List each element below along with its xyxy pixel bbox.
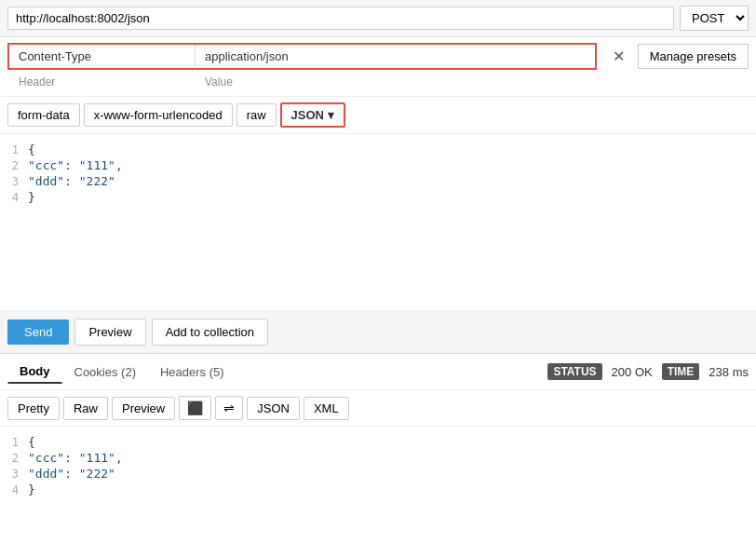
code-line: 1 { xyxy=(0,142,756,157)
line-number: 1 xyxy=(0,143,28,156)
code-editor[interactable]: 1 { 2 "ccc": "111", 3 "ddd": "222" 4 } xyxy=(0,134,756,311)
response-code-area: 1 { 2 "ccc": "111", 3 "ddd": "222" 4 } xyxy=(0,427,756,505)
tab-raw[interactable]: raw xyxy=(236,103,277,127)
xml-format-button[interactable]: XML xyxy=(304,397,349,420)
line-number: 1 xyxy=(0,436,28,449)
wrap-button[interactable]: ⇌ xyxy=(215,396,243,420)
send-button[interactable]: Send xyxy=(7,319,69,345)
add-to-collection-button[interactable]: Add to collection xyxy=(152,319,268,346)
close-icon: ✕ xyxy=(613,48,625,65)
tab-x-www-form-urlencoded[interactable]: x-www-form-urlencoded xyxy=(84,103,233,127)
code-text: "ccc": "111", xyxy=(28,158,123,172)
code-line: 2 "ccc": "111", xyxy=(0,157,756,173)
action-bar: Send Preview Add to collection xyxy=(0,311,756,354)
header-labels: Header Value xyxy=(7,74,749,90)
response-tabs: Body Cookies (2) Headers (5) STATUS 200 … xyxy=(0,354,756,390)
clear-header-button[interactable]: ✕ xyxy=(606,44,632,70)
header-value-field[interactable]: application/json xyxy=(196,45,595,68)
tab-form-data[interactable]: form-data xyxy=(7,103,80,127)
header-key-field[interactable]: Content-Type xyxy=(9,45,196,68)
manage-presets-button[interactable]: Manage presets xyxy=(638,44,749,69)
code-text: "ddd": "222" xyxy=(28,174,115,188)
url-bar: POST xyxy=(0,0,756,37)
resp-code-line: 4 } xyxy=(0,482,756,497)
copy-button[interactable]: ⬛ xyxy=(179,396,211,420)
code-line: 4 } xyxy=(0,189,756,205)
code-text: { xyxy=(28,143,35,156)
resp-code-line: 3 "ddd": "222" xyxy=(0,466,756,482)
copy-icon: ⬛ xyxy=(187,400,203,415)
status-code: 200 OK xyxy=(612,365,653,379)
method-select[interactable]: POST xyxy=(680,6,749,31)
tab-headers[interactable]: Headers (5) xyxy=(148,360,236,384)
status-bar: STATUS 200 OK TIME 238 ms xyxy=(547,363,749,380)
line-number: 2 xyxy=(0,159,28,172)
tab-json[interactable]: JSON ▾ xyxy=(280,102,345,128)
resp-code-text: { xyxy=(28,435,35,449)
preview-button[interactable]: Preview xyxy=(74,319,145,346)
time-value: 238 ms xyxy=(709,365,749,379)
tab-cookies[interactable]: Cookies (2) xyxy=(62,360,148,384)
resp-code-text: "ccc": "111", xyxy=(28,451,123,465)
time-badge: TIME xyxy=(662,363,700,380)
response-toolbar: Pretty Raw Preview ⬛ ⇌ JSON XML xyxy=(0,390,756,427)
body-tabs: form-data x-www-form-urlencoded raw JSON… xyxy=(0,97,756,134)
wrap-icon: ⇌ xyxy=(223,400,235,415)
resp-code-text: } xyxy=(28,482,35,496)
line-number: 4 xyxy=(0,191,28,204)
resp-code-line: 1 { xyxy=(0,434,756,450)
header-label-key: Header xyxy=(9,75,196,88)
pretty-button[interactable]: Pretty xyxy=(7,397,60,420)
header-row: Content-Type application/json ✕ Manage p… xyxy=(7,43,749,70)
url-input[interactable] xyxy=(7,7,674,30)
header-box: Content-Type application/json xyxy=(7,43,597,70)
raw-button[interactable]: Raw xyxy=(63,397,108,420)
line-number: 2 xyxy=(0,452,28,465)
header-label-value: Value xyxy=(196,75,233,88)
code-line: 3 "ddd": "222" xyxy=(0,173,756,189)
line-number: 3 xyxy=(0,468,28,481)
resp-code-line: 2 "ccc": "111", xyxy=(0,450,756,466)
preview-resp-button[interactable]: Preview xyxy=(112,397,175,420)
resp-code-text: "ddd": "222" xyxy=(28,467,115,481)
line-number: 4 xyxy=(0,483,28,496)
code-text: } xyxy=(28,190,35,204)
line-number: 3 xyxy=(0,175,28,188)
json-format-button[interactable]: JSON xyxy=(247,397,300,420)
status-badge: STATUS xyxy=(547,363,601,380)
tab-body[interactable]: Body xyxy=(7,360,62,384)
header-section: Content-Type application/json ✕ Manage p… xyxy=(0,37,756,97)
